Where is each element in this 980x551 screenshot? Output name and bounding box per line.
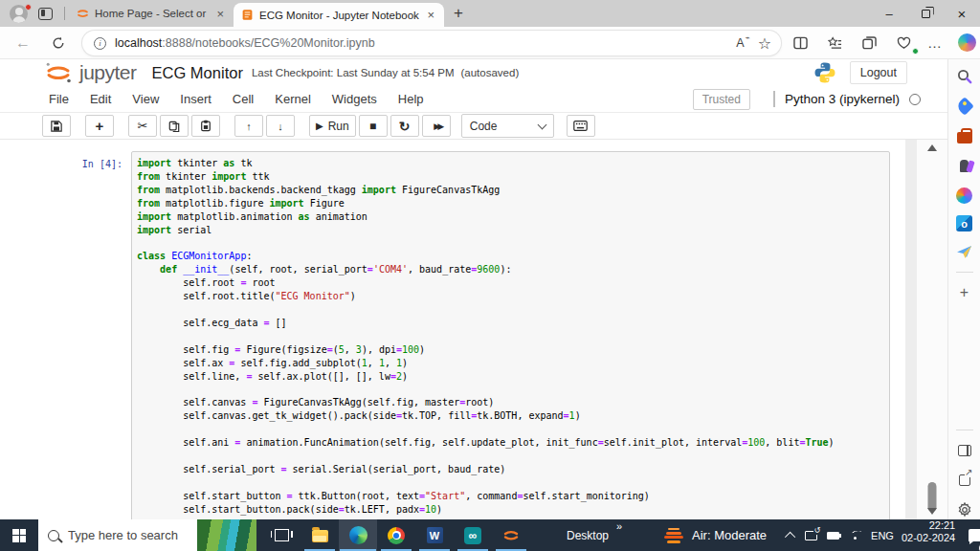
menu-item-help[interactable]: Help xyxy=(388,92,434,106)
menu-item-widgets[interactable]: Widgets xyxy=(322,92,388,106)
restart-run-all-button[interactable]: ▶▶ xyxy=(422,115,451,137)
arduino-icon: ∞ xyxy=(464,527,481,544)
start-button[interactable] xyxy=(0,519,38,551)
copy-cell-button[interactable] xyxy=(160,115,189,137)
code-line: self.root.title("ECG Monitor") xyxy=(137,290,885,303)
jupyter-header: jupyter ECG Monitor Last Checkpoint: Las… xyxy=(0,59,947,86)
word-button[interactable]: W xyxy=(415,519,454,551)
menu-item-cell[interactable]: Cell xyxy=(222,92,264,106)
menu-item-kernel[interactable]: Kernel xyxy=(264,92,322,106)
scroll-up-arrow-icon[interactable] xyxy=(927,144,937,151)
outlook-icon[interactable]: o xyxy=(956,215,972,231)
sidebar-panel-icon[interactable] xyxy=(955,441,974,460)
move-cell-up-button[interactable]: ↑ xyxy=(234,115,263,137)
sidebar-settings-gear-icon[interactable] xyxy=(955,500,974,519)
page-scrollbar[interactable] xyxy=(917,140,947,519)
scroll-down-arrow-icon[interactable] xyxy=(927,508,937,515)
command-palette-button[interactable] xyxy=(567,115,595,137)
menu-item-insert[interactable]: Insert xyxy=(169,92,222,106)
tools-icon[interactable] xyxy=(955,126,974,145)
copilot-button[interactable] xyxy=(953,27,980,58)
shopping-icon[interactable] xyxy=(955,97,974,116)
taskbar-clock[interactable]: 22:21 02-02-2024 xyxy=(902,519,955,551)
url-bar[interactable]: i localhost:8888/notebooks/ECG%20Monitor… xyxy=(82,31,781,55)
tab-close-button[interactable]: × xyxy=(425,8,436,22)
arduino-button[interactable]: ∞ xyxy=(454,519,492,551)
browser-essentials-button[interactable] xyxy=(890,27,917,58)
menu-item-view[interactable]: View xyxy=(122,92,169,106)
run-cell-button[interactable]: ▶ Run xyxy=(309,115,356,137)
url-text: localhost:8888/notebooks/ECG%20Monitor.i… xyxy=(115,36,723,50)
new-tab-button[interactable]: + xyxy=(444,4,475,27)
menu-item-edit[interactable]: Edit xyxy=(79,92,122,106)
refresh-icon xyxy=(52,36,65,50)
browser-tab-home[interactable]: Home Page - Select or create a n × xyxy=(69,0,234,27)
code-line xyxy=(137,476,885,490)
drop-icon[interactable] xyxy=(955,242,974,261)
move-cell-down-button[interactable]: ↓ xyxy=(266,115,295,137)
battery-icon[interactable] xyxy=(827,532,839,540)
code-line: self.fig = Figure(figsize=(5, 3), dpi=10… xyxy=(137,343,885,357)
browser-tab-ecg-monitor[interactable]: ECG Monitor - Jupyter Notebook × xyxy=(234,3,444,27)
refresh-button[interactable] xyxy=(46,27,71,58)
chrome-icon xyxy=(388,527,405,544)
trusted-badge[interactable]: Trusted xyxy=(693,89,750,110)
code-cell[interactable]: In [4]: import tkinter as tkfrom tkinter… xyxy=(36,151,890,519)
close-button[interactable]: × xyxy=(944,0,980,27)
task-view-button[interactable] xyxy=(262,519,301,551)
read-aloud-button[interactable]: A xyxy=(736,36,744,50)
open-external-icon[interactable] xyxy=(955,471,974,490)
restore-button[interactable] xyxy=(907,0,944,27)
code-line: self.start_button.pack(side=tk.LEFT, pad… xyxy=(137,503,885,517)
jupyter-logo-icon[interactable] xyxy=(44,61,73,84)
games-icon[interactable] xyxy=(955,156,974,175)
wifi-icon[interactable] xyxy=(849,531,861,540)
notebook-title[interactable]: ECG Monitor xyxy=(152,64,243,82)
copy-icon xyxy=(168,121,180,132)
code-line: import tkinter as tk xyxy=(137,157,885,170)
collections-button[interactable] xyxy=(821,27,848,58)
settings-more-button[interactable]: … xyxy=(923,27,947,58)
cut-cell-button[interactable]: ✂ xyxy=(128,115,157,137)
add-cell-button[interactable]: + xyxy=(85,115,114,137)
language-indicator[interactable]: ENG xyxy=(871,530,894,541)
titlebar-divider xyxy=(64,7,65,20)
cast-device-icon[interactable] xyxy=(805,531,817,540)
logout-button[interactable]: Logout xyxy=(850,61,907,84)
site-info-icon[interactable]: i xyxy=(94,37,106,50)
cell-type-select[interactable]: Code xyxy=(461,114,554,138)
code-line: self.start_button = ttk.Button(root, tex… xyxy=(137,490,885,503)
back-button[interactable]: ← xyxy=(11,27,34,58)
interrupt-kernel-button[interactable]: ■ xyxy=(359,115,388,137)
notification-center-button[interactable]: 2 xyxy=(969,519,980,551)
tab-actions-icon[interactable] xyxy=(38,8,53,20)
jupyter-brand[interactable]: jupyter xyxy=(79,61,137,84)
restart-kernel-button[interactable]: ↻ xyxy=(390,115,419,137)
toolbar-overflow-chevron[interactable]: » xyxy=(616,520,622,532)
tab-groups-button[interactable] xyxy=(856,27,882,58)
taskbar-search[interactable]: Type here to search xyxy=(38,519,256,551)
search-icon[interactable] xyxy=(955,67,974,86)
weather-widget[interactable]: Air: Moderate xyxy=(664,519,767,551)
paste-cell-button[interactable] xyxy=(191,115,220,137)
browser-title-bar: Home Page - Select or create a n × ECG M… xyxy=(0,0,980,27)
minimize-button[interactable]: – xyxy=(871,0,907,27)
file-explorer-button[interactable] xyxy=(301,519,339,551)
hidden-icons-chevron-icon[interactable] xyxy=(785,531,795,541)
jupyter-taskbar-button[interactable] xyxy=(492,519,530,551)
sidebar-add-button[interactable]: + xyxy=(955,283,974,302)
edge-sidebar: o + xyxy=(947,59,980,519)
edge-button[interactable] xyxy=(339,519,377,551)
save-button[interactable] xyxy=(42,115,71,137)
split-screen-button[interactable] xyxy=(787,27,813,58)
code-editor[interactable]: import tkinter as tkfrom tkinter import … xyxy=(131,151,890,519)
code-line: from tkinter import ttk xyxy=(137,170,885,184)
menu-item-file[interactable]: File xyxy=(38,92,79,106)
microsoft365-icon[interactable] xyxy=(955,186,974,205)
kernel-divider xyxy=(773,91,775,107)
word-icon: W xyxy=(427,527,443,543)
desktop-toolbar[interactable]: Desktop » xyxy=(567,519,609,551)
chrome-button[interactable] xyxy=(377,519,415,551)
favorite-button[interactable]: ☆ xyxy=(758,34,771,53)
tab-close-button[interactable]: × xyxy=(214,7,226,21)
